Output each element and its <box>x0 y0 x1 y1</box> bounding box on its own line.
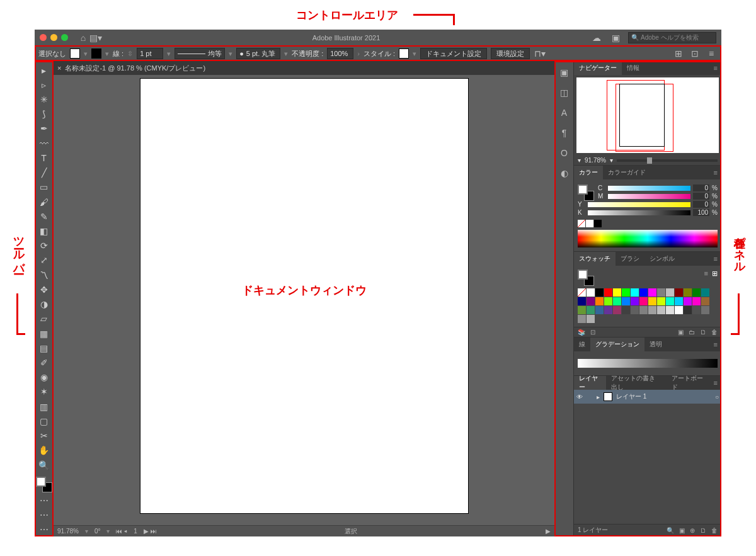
layer-row[interactable]: 👁 ▸ レイヤー 1 ○ <box>574 390 721 404</box>
swatch-item[interactable] <box>613 297 621 305</box>
document-tab[interactable]: 名称未設定-1 @ 91.78 % (CMYK/プレビュー) <box>65 64 205 73</box>
status-page[interactable]: 1 <box>134 528 137 535</box>
symbol-sprayer-tool[interactable]: ✶ <box>37 385 52 399</box>
swatch-new-group-icon[interactable]: ▣ <box>678 329 684 336</box>
curvature-tool[interactable]: 〰 <box>37 137 52 150</box>
width-tool[interactable]: 〽 <box>37 268 52 281</box>
swatch-item[interactable] <box>578 315 586 323</box>
swatch-item[interactable] <box>587 297 595 305</box>
tab-swatches[interactable]: スウォッチ <box>574 252 616 266</box>
panel-menu-icon[interactable]: ≡ <box>710 169 721 176</box>
tab-color[interactable]: カラー <box>574 166 603 179</box>
swatch-item[interactable] <box>701 306 709 314</box>
grid-view-icon[interactable]: ⊞ <box>712 269 718 278</box>
swatch-item[interactable] <box>613 288 621 297</box>
make-clip-icon[interactable]: ▣ <box>679 527 685 534</box>
tab-close-icon[interactable]: × <box>57 64 61 72</box>
artboard-tool[interactable]: ▢ <box>37 414 52 428</box>
tab-symbols[interactable]: シンボル <box>644 252 680 266</box>
swatch-item[interactable] <box>648 288 656 297</box>
panel-menu-icon[interactable]: ≡ <box>710 255 721 263</box>
stroke-profile[interactable]: 均等 <box>175 48 225 59</box>
channel-value[interactable]: 0 <box>693 193 709 200</box>
color-spectrum[interactable] <box>578 230 718 247</box>
tab-brushes[interactable]: ブラシ <box>616 252 644 266</box>
grid-icon[interactable]: ⊡ <box>689 47 701 60</box>
help-search[interactable]: 🔍Adobe ヘルプを検索 <box>628 32 716 43</box>
gradient-tool[interactable]: ▤ <box>37 341 52 355</box>
visibility-icon[interactable]: 👁 <box>576 394 583 400</box>
nav-zoom-down-icon[interactable]: ▾ <box>578 157 581 164</box>
swatch-item[interactable] <box>684 306 692 314</box>
pen-tool[interactable]: ✒ <box>37 122 52 135</box>
appearance-icon[interactable]: ◐ <box>558 167 571 179</box>
close-button[interactable] <box>40 34 47 41</box>
eraser-tool[interactable]: ◧ <box>37 224 52 237</box>
shape-builder-tool[interactable]: ◑ <box>37 298 52 311</box>
black-swatch[interactable] <box>594 220 602 227</box>
blend-tool[interactable]: ◉ <box>37 371 52 384</box>
list-view-icon[interactable]: ≡ <box>704 269 708 277</box>
swatch-new-icon[interactable]: 🗋 <box>700 329 706 336</box>
cloud-user-icon[interactable]: ☁ <box>590 31 603 44</box>
nav-zoom-slider[interactable] <box>617 159 718 162</box>
magic-wand-tool[interactable]: ✳ <box>37 93 52 106</box>
swatch-item[interactable] <box>692 297 701 305</box>
swatch-item[interactable] <box>595 306 604 314</box>
gradient-bar[interactable] <box>578 359 718 368</box>
snap-icon[interactable]: ⊞ <box>672 47 685 60</box>
properties-icon[interactable]: ▣ <box>558 66 571 79</box>
white-swatch[interactable] <box>586 220 593 227</box>
swatch-item[interactable] <box>675 306 683 314</box>
channel-slider[interactable] <box>588 210 690 215</box>
line-tool[interactable]: ╱ <box>37 166 52 179</box>
tab-gradient[interactable]: グラデーション <box>590 338 644 351</box>
swatch-delete-icon[interactable]: 🗑 <box>711 329 718 336</box>
swatch-item[interactable] <box>657 288 665 297</box>
swatch-item[interactable] <box>701 288 709 297</box>
selection-tool[interactable]: ▸ <box>37 64 52 77</box>
swatch-item[interactable] <box>701 297 709 305</box>
tab-navigator[interactable]: ナビゲーター <box>574 61 622 75</box>
column-graph-tool[interactable]: ▥ <box>37 400 52 413</box>
swatch-none[interactable] <box>578 288 586 297</box>
paragraph-icon[interactable]: ¶ <box>558 127 571 139</box>
character-icon[interactable]: A <box>558 106 571 119</box>
perspective-tool[interactable]: ▱ <box>37 312 52 326</box>
navigator-thumbnail[interactable] <box>576 77 719 153</box>
tab-asset-export[interactable]: アセットの書き出し <box>606 376 666 390</box>
opentype-icon[interactable]: O <box>558 147 571 159</box>
direct-selection-tool[interactable]: ▹ <box>37 78 52 91</box>
libraries-icon[interactable]: ◫ <box>558 86 571 99</box>
new-sublayer-icon[interactable]: ⊕ <box>690 527 695 534</box>
fill-stroke-toggle[interactable] <box>36 477 52 492</box>
swatch-item[interactable] <box>604 306 612 314</box>
panel-menu-icon[interactable]: ≡ <box>710 341 721 348</box>
arrange-icon[interactable]: ▤▾ <box>89 31 102 44</box>
nav-zoom-value[interactable]: 91.78% <box>585 157 606 164</box>
free-transform-tool[interactable]: ✥ <box>37 283 52 296</box>
swatch-item[interactable] <box>648 297 656 305</box>
layer-name[interactable]: レイヤー 1 <box>616 392 646 401</box>
swatch-item[interactable] <box>675 288 683 297</box>
minimize-button[interactable] <box>50 34 57 41</box>
lasso-tool[interactable]: ⟆ <box>37 108 52 121</box>
none-swatch[interactable] <box>578 220 585 227</box>
rotate-tool[interactable]: ⟳ <box>37 239 52 252</box>
nav-zoom-dd-icon[interactable]: ▾ <box>610 157 613 164</box>
swatch-item[interactable] <box>613 306 621 314</box>
channel-slider[interactable] <box>608 186 690 191</box>
maximize-button[interactable] <box>61 34 68 41</box>
swatch-options-icon[interactable]: ⊡ <box>590 329 595 336</box>
swatch-item[interactable] <box>666 306 674 314</box>
edit-toolbar-icon[interactable]: ⋯ <box>37 523 52 536</box>
swatch-item[interactable] <box>639 297 648 305</box>
swatch-item[interactable] <box>657 297 665 305</box>
channel-value[interactable]: 100 <box>693 209 709 216</box>
swatch-item[interactable] <box>587 315 595 323</box>
swatch-item[interactable] <box>578 297 586 305</box>
swatch-item[interactable] <box>692 306 701 314</box>
swatch-lib-icon[interactable]: 📚 <box>578 329 585 336</box>
swatch-item[interactable] <box>631 288 639 297</box>
panel-menu-icon[interactable]: ≡ <box>710 379 721 387</box>
